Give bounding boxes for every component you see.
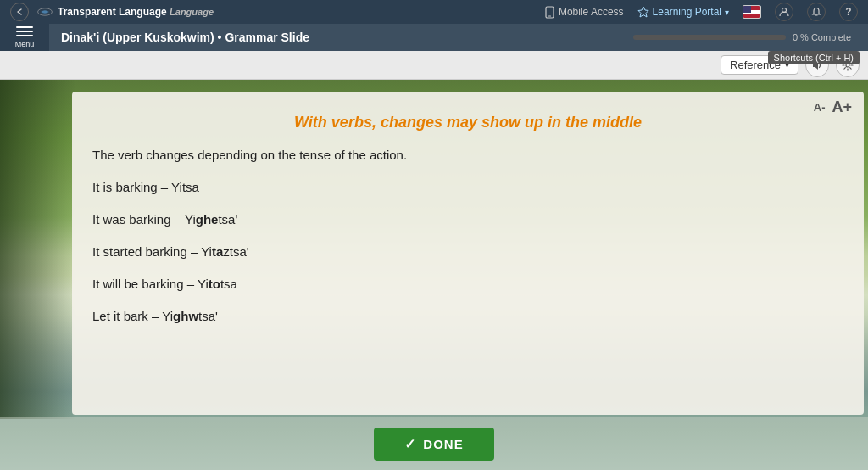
done-button[interactable]: ✓ DONE [374,428,493,461]
menu-bar-1 [16,26,33,28]
help-icon-btn[interactable]: ? [839,3,858,21]
tree-decoration [0,80,76,419]
language-flag[interactable] [743,5,761,19]
menu-button[interactable]: Menu [0,24,49,51]
brand-name: Transparent Language Language [58,6,214,18]
font-size-controls: A- A+ [814,98,852,116]
font-decrease-button[interactable]: A- [814,101,826,114]
card-body: The verb changes depending on the tense … [92,145,843,327]
progress-area: 0 % Complete [633,32,868,42]
svg-marker-3 [638,7,648,17]
back-button[interactable] [10,3,29,21]
menu-bar-3 [16,35,33,36]
brand-logo [37,7,53,17]
content-card: A- A+ With verbs, changes may show up in… [72,92,864,415]
menu-label: Menu [15,40,35,48]
example-3: It started barking – Yitaztsa' [92,242,843,262]
card-title: With verbs, changes may show up in the m… [92,114,843,131]
menu-bar-2 [16,31,33,32]
font-increase-button[interactable]: A+ [832,98,852,116]
example-4: It will be barking – Yitotsa [92,274,843,294]
lesson-navbar: Menu Dinak'i (Upper Kuskokwim) • Grammar… [0,24,868,51]
reference-bar: Reference ▾ [0,51,868,80]
top-navbar: Transparent Language Language Mobile Acc… [0,0,868,24]
card-intro: The verb changes depending on the tense … [92,145,843,165]
example-5: Let it bark – Yighwtsa' [92,306,843,327]
progress-text: 0 % Complete [793,32,851,42]
done-checkmark-icon: ✓ [404,436,416,452]
mobile-access-link[interactable]: Mobile Access [544,6,624,19]
example-2: It was barking – Yighetsa' [92,210,843,230]
user-icon-btn[interactable] [775,3,793,21]
bottom-bar: ✓ DONE [0,417,868,470]
learning-portal-chevron: ▾ [725,8,729,17]
done-label: DONE [423,437,463,451]
learning-portal-link[interactable]: Learning Portal ▾ [637,6,729,18]
lesson-title: Dinak'i (Upper Kuskokwim) • Grammar Slid… [49,31,633,44]
notifications-icon-btn[interactable] [807,3,826,21]
shortcuts-hint: Shortcuts (Ctrl + H) [768,51,860,64]
brand-area: Transparent Language Language [10,3,214,21]
progress-bar [633,35,786,40]
example-1: It is barking – Yitsa [92,177,843,198]
